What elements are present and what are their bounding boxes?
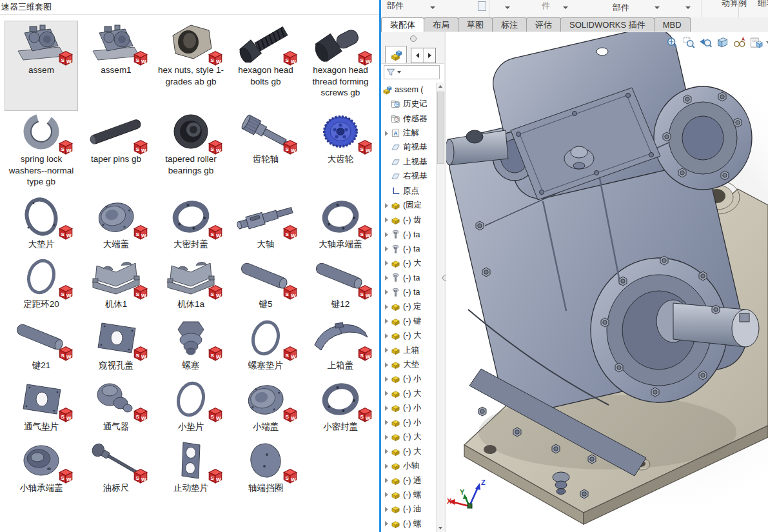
expand-arrow-icon[interactable] xyxy=(385,246,388,251)
section-view-button[interactable] xyxy=(714,35,730,50)
ribbon-button-fragment[interactable]: 部件 xyxy=(613,2,629,14)
collapse-pane-left-button[interactable] xyxy=(411,48,424,63)
ribbon-tab[interactable]: 布局 xyxy=(424,17,458,32)
panel-grip-handle[interactable] xyxy=(410,35,417,42)
ribbon-button-fragment[interactable]: 细表 xyxy=(758,0,768,9)
tree-item[interactable]: (-) 定 xyxy=(381,300,437,314)
tree-item[interactable]: 注解 xyxy=(381,126,437,140)
file-item[interactable]: 通气器 xyxy=(80,378,152,439)
expand-arrow-icon[interactable] xyxy=(385,348,388,353)
expand-arrow-icon[interactable] xyxy=(385,319,388,324)
file-item[interactable]: 小端盖 xyxy=(230,378,302,439)
tree-item[interactable]: (-) 小 xyxy=(381,401,437,415)
file-item[interactable]: 小轴承端盖 xyxy=(5,439,77,515)
file-item[interactable]: 大齿轮 xyxy=(304,110,377,195)
expand-arrow-icon[interactable] xyxy=(385,449,388,454)
tree-item[interactable]: (-) 大 xyxy=(381,328,437,342)
expand-arrow-icon[interactable] xyxy=(385,290,388,295)
expand-arrow-icon[interactable] xyxy=(385,362,388,368)
file-item[interactable]: 定距环20 xyxy=(5,255,77,317)
tree-item[interactable]: 大垫 xyxy=(381,357,437,371)
expand-arrow-icon[interactable] xyxy=(385,131,388,136)
file-item[interactable]: 通气垫片 xyxy=(5,378,77,439)
tree-item[interactable]: (-) 螺 xyxy=(381,488,437,502)
ribbon-tab[interactable]: 评估 xyxy=(526,17,561,32)
file-item[interactable]: 机体1a xyxy=(155,255,227,317)
zoom-to-area-button[interactable] xyxy=(681,35,696,50)
expand-arrow-icon[interactable] xyxy=(385,464,388,469)
ribbon-button-fragment[interactable]: 件 xyxy=(542,0,550,12)
tree-item[interactable]: (固定 xyxy=(381,199,437,213)
file-item[interactable]: assem xyxy=(5,21,77,110)
ribbon-tab[interactable]: 装配体 xyxy=(381,17,424,32)
file-item[interactable]: hexagon head thread forming screws gb xyxy=(304,21,377,110)
file-item[interactable]: 大轴承端盖 xyxy=(304,195,377,255)
tab-feature-manager[interactable] xyxy=(385,46,407,63)
file-item[interactable]: assem1 xyxy=(80,21,152,110)
tree-item[interactable]: (-) ta xyxy=(381,271,437,285)
tree-item[interactable]: 右视基 xyxy=(381,170,437,184)
tree-item[interactable]: (-) 油 xyxy=(381,502,437,517)
zoom-fit-button[interactable] xyxy=(664,35,680,50)
ribbon-button-fragment[interactable]: 部件 xyxy=(387,0,404,12)
tree-filter-button[interactable] xyxy=(384,65,440,79)
tree-item[interactable]: (-) 大 xyxy=(381,430,437,444)
tree-item[interactable]: 上视基 xyxy=(381,155,437,169)
ribbon-tab[interactable]: SOLIDWORKS 插件 xyxy=(560,17,655,32)
file-item[interactable]: 齿轮轴 xyxy=(230,110,302,195)
file-item[interactable]: 键12 xyxy=(304,255,377,317)
file-item[interactable]: 螺塞 xyxy=(155,317,227,378)
tree-item[interactable]: (-) ta xyxy=(381,285,437,299)
file-item[interactable]: tapered roller bearings gb xyxy=(155,110,227,195)
tree-item[interactable]: 前视基 xyxy=(381,141,437,155)
file-item[interactable]: taper pins gb xyxy=(80,110,152,195)
expand-arrow-icon[interactable] xyxy=(385,304,388,310)
expand-arrow-icon[interactable] xyxy=(385,217,388,222)
ribbon-tab[interactable]: 草图 xyxy=(458,17,493,32)
view-orientation-button[interactable] xyxy=(748,35,763,50)
file-item[interactable]: 大轴 xyxy=(230,195,302,255)
tree-item[interactable]: (-) 齿 xyxy=(381,213,437,227)
file-item[interactable]: 小密封盖 xyxy=(304,378,377,439)
tree-item[interactable]: (-) 螺 xyxy=(381,517,437,531)
expand-arrow-icon[interactable] xyxy=(385,507,388,512)
expand-arrow-icon[interactable] xyxy=(385,275,388,281)
expand-arrow-icon[interactable] xyxy=(385,333,388,339)
file-item[interactable]: hex nuts, style 1-grades ab gb xyxy=(155,21,227,110)
expand-arrow-icon[interactable] xyxy=(385,377,388,382)
expand-arrow-icon[interactable] xyxy=(385,420,388,425)
annotation-visibility-button[interactable] xyxy=(731,35,747,50)
file-item[interactable]: 小垫片 xyxy=(155,378,227,439)
file-item[interactable]: 大密封盖 xyxy=(155,195,227,255)
scrollbar-thumb[interactable] xyxy=(437,92,444,164)
previous-view-button[interactable] xyxy=(698,35,713,50)
file-item[interactable]: 机体1 xyxy=(80,255,152,317)
tree-item[interactable]: 上箱 xyxy=(381,343,437,357)
ribbon-tab[interactable]: MBD xyxy=(654,17,691,32)
ribbon-button-fragment[interactable]: 动算例 xyxy=(722,0,747,9)
tree-item[interactable]: (-) 大 xyxy=(381,256,437,270)
scroll-down-button[interactable] xyxy=(437,524,444,532)
tree-item[interactable]: (-) 小 xyxy=(381,415,437,429)
chevron-down-icon[interactable] xyxy=(563,6,568,9)
file-item[interactable]: spring lock washers--normal type gb xyxy=(5,110,77,195)
expand-arrow-icon[interactable] xyxy=(385,203,388,208)
chevron-down-icon[interactable] xyxy=(430,6,435,9)
file-item[interactable]: 大垫片 xyxy=(5,195,77,255)
expand-arrow-icon[interactable] xyxy=(385,232,388,237)
file-item[interactable]: hexagon head bolts gb xyxy=(230,21,302,110)
scroll-up-button[interactable] xyxy=(437,83,444,90)
file-item[interactable]: 键21 xyxy=(5,317,77,378)
tree-item[interactable]: (-) ta xyxy=(381,242,437,256)
tree-item[interactable]: 传感器 xyxy=(381,112,437,126)
tree-scrollbar[interactable] xyxy=(436,83,444,532)
tree-item[interactable]: 小轴 xyxy=(381,458,437,473)
expand-arrow-icon[interactable] xyxy=(385,521,388,526)
expand-arrow-icon[interactable] xyxy=(385,435,388,440)
file-item[interactable]: 油标尺 xyxy=(80,439,152,515)
expand-arrow-icon[interactable] xyxy=(385,478,388,483)
graphics-viewport[interactable]: X Y Z xyxy=(446,32,768,532)
tree-item[interactable]: 历史记 xyxy=(381,97,437,111)
file-item[interactable]: 键5 xyxy=(230,255,302,317)
file-item[interactable]: 大端盖 xyxy=(80,195,152,255)
